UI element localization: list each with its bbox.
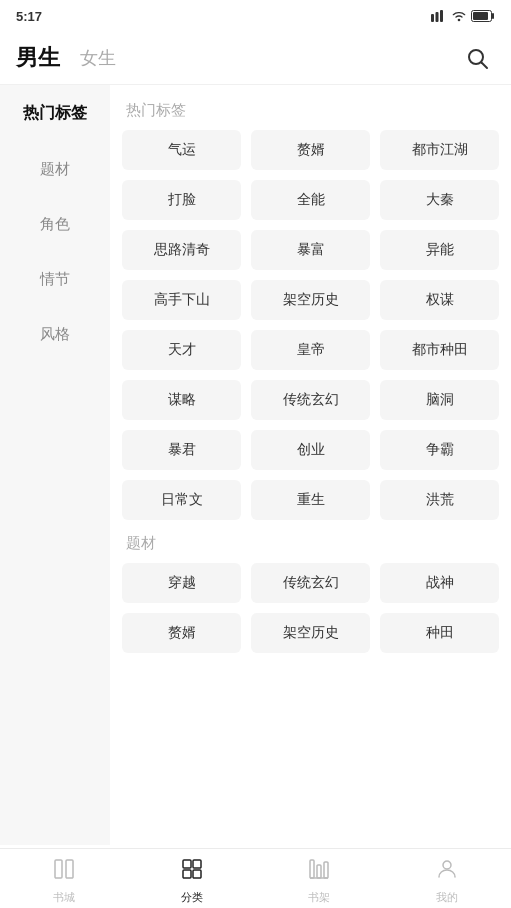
tag-item[interactable]: 皇帝 [251,330,370,370]
svg-rect-9 [183,860,191,868]
category-icon [180,857,204,887]
tag-item[interactable]: 全能 [251,180,370,220]
svg-rect-10 [193,860,201,868]
main-content: 热门标签 题材 角色 情节 风格 热门标签 气运赘婿都市江湖打脸全能大秦思路清奇… [0,85,511,845]
battery-icon [471,10,495,22]
tag-item[interactable]: 架空历史 [251,613,370,653]
tag-item[interactable]: 洪荒 [380,480,499,520]
hot-tags-section: 热门标签 气运赘婿都市江湖打脸全能大秦思路清奇暴富异能高手下山架空历史权谋天才皇… [122,101,499,520]
hot-tags-grid: 气运赘婿都市江湖打脸全能大秦思路清奇暴富异能高手下山架空历史权谋天才皇帝都市种田… [122,130,499,520]
status-bar: 5:17 [0,0,511,32]
wifi-icon [451,10,467,22]
svg-rect-14 [317,865,321,878]
sidebar-item-plot[interactable]: 情节 [0,252,110,307]
signal-icon [431,10,447,22]
svg-rect-1 [436,12,439,22]
sidebar-item-style[interactable]: 风格 [0,307,110,362]
tag-item[interactable]: 争霸 [380,430,499,470]
search-button[interactable] [459,40,495,76]
sidebar-item-role[interactable]: 角色 [0,197,110,252]
top-nav: 男生 女生 [0,32,511,85]
tag-item[interactable]: 脑洞 [380,380,499,420]
tab-female[interactable]: 女生 [80,46,116,70]
tag-item[interactable]: 架空历史 [251,280,370,320]
bottom-nav-bookshelf[interactable]: 书架 [256,853,384,905]
tag-item[interactable]: 思路清奇 [122,230,241,270]
tag-item[interactable]: 高手下山 [122,280,241,320]
status-icons [431,10,495,22]
bottom-nav-category[interactable]: 分类 [128,853,256,905]
svg-rect-11 [183,870,191,878]
tag-item[interactable]: 创业 [251,430,370,470]
tag-item[interactable]: 异能 [380,230,499,270]
tag-item[interactable]: 传统玄幻 [251,563,370,603]
tag-item[interactable]: 权谋 [380,280,499,320]
tag-item[interactable]: 日常文 [122,480,241,520]
tag-item[interactable]: 重生 [251,480,370,520]
status-time: 5:17 [16,9,42,24]
category-label: 分类 [181,890,203,905]
tag-item[interactable]: 赘婿 [122,613,241,653]
subject-section: 题材 穿越传统玄幻战神赘婿架空历史种田 [122,534,499,653]
bookshelf-icon [307,857,331,887]
svg-point-17 [443,861,451,869]
tag-item[interactable]: 谋略 [122,380,241,420]
tag-item[interactable]: 战神 [380,563,499,603]
bottom-nav-profile[interactable]: 我的 [383,853,511,905]
bookshelf-label: 书架 [308,890,330,905]
tag-item[interactable]: 都市江湖 [380,130,499,170]
svg-line-6 [482,63,488,69]
sidebar-item-hot-tags[interactable]: 热门标签 [0,85,110,142]
bookstore-icon [52,857,76,887]
profile-icon [435,857,459,887]
bottom-nav: 书城 分类 书架 [0,848,511,908]
sidebar: 热门标签 题材 角色 情节 风格 [0,85,110,845]
bookstore-label: 书城 [53,890,75,905]
tab-male[interactable]: 男生 [16,43,60,73]
tag-item[interactable]: 打脸 [122,180,241,220]
svg-rect-8 [66,860,73,878]
svg-rect-4 [473,12,488,20]
tag-item[interactable]: 传统玄幻 [251,380,370,420]
tag-item[interactable]: 暴君 [122,430,241,470]
svg-rect-12 [193,870,201,878]
nav-tabs: 男生 女生 [16,43,116,73]
sidebar-item-subject[interactable]: 题材 [0,142,110,197]
tag-item[interactable]: 气运 [122,130,241,170]
subject-tags-grid: 穿越传统玄幻战神赘婿架空历史种田 [122,563,499,653]
tag-item[interactable]: 穿越 [122,563,241,603]
svg-rect-13 [310,860,314,878]
tag-item[interactable]: 天才 [122,330,241,370]
profile-label: 我的 [436,890,458,905]
tag-item[interactable]: 都市种田 [380,330,499,370]
bottom-nav-bookstore[interactable]: 书城 [0,853,128,905]
svg-rect-15 [324,862,328,878]
hot-tags-title: 热门标签 [122,101,499,120]
svg-rect-2 [440,10,443,22]
svg-rect-7 [55,860,62,878]
tag-item[interactable]: 暴富 [251,230,370,270]
svg-rect-0 [431,14,434,22]
tag-item[interactable]: 大秦 [380,180,499,220]
tag-item[interactable]: 赘婿 [251,130,370,170]
tag-item[interactable]: 种田 [380,613,499,653]
subject-title: 题材 [122,534,499,553]
right-content: 热门标签 气运赘婿都市江湖打脸全能大秦思路清奇暴富异能高手下山架空历史权谋天才皇… [110,85,511,845]
